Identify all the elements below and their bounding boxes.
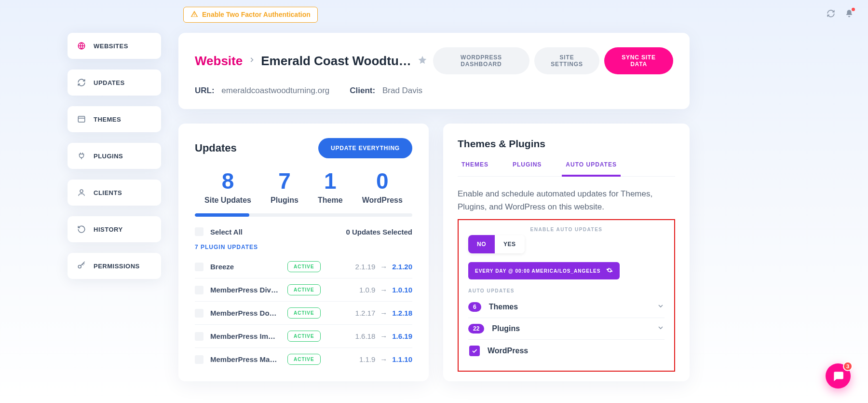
row-checkbox[interactable] — [195, 309, 203, 318]
tab-plugins[interactable]: PLUGINS — [509, 161, 545, 176]
stat-value: 1 — [318, 168, 343, 194]
plugin-row[interactable]: MemberPress Ma… ACTIVE 1.1.9 → 1.1.10 — [195, 348, 412, 371]
stat-value: 0 — [362, 168, 403, 194]
sidebar-label: PERMISSIONS — [94, 263, 140, 270]
version-to: 1.2.18 — [392, 309, 412, 317]
sidebar-item-clients[interactable]: CLIENTS — [68, 180, 161, 206]
count-badge: 22 — [468, 324, 484, 334]
auto-row-name: WordPress — [488, 347, 528, 355]
plugin-row[interactable]: Breeze ACTIVE 2.1.19 → 2.1.20 — [195, 255, 412, 278]
sidebar-label: UPDATES — [94, 79, 125, 86]
chevron-down-icon[interactable] — [657, 324, 665, 334]
count-badge: 6 — [468, 302, 481, 312]
user-icon — [77, 188, 86, 197]
svg-point-3 — [78, 265, 81, 268]
plugin-row[interactable]: MemberPress Div… ACTIVE 1.0.9 → 1.0.10 — [195, 278, 412, 302]
arrow-right-icon: → — [380, 286, 387, 294]
plugin-name: MemberPress Ma… — [210, 355, 287, 363]
version-to: 2.1.20 — [392, 263, 412, 271]
check-icon — [471, 347, 478, 354]
schedule-text: EVERY DAY @ 00:00 AMERICA/LOS_ANGELES — [475, 268, 600, 274]
row-checkbox[interactable] — [195, 332, 203, 341]
stat-plugins[interactable]: 7 Plugins — [271, 168, 298, 205]
plugin-row[interactable]: MemberPress Do… ACTIVE 1.2.17 → 1.2.18 — [195, 302, 412, 325]
sidebar-label: PLUGINS — [94, 153, 123, 160]
stat-wordpress[interactable]: 0 WordPress — [362, 168, 403, 205]
schedule-chip[interactable]: EVERY DAY @ 00:00 AMERICA/LOS_ANGELES — [468, 262, 620, 279]
sidebar-item-history[interactable]: HISTORY — [68, 216, 161, 242]
sidebar-item-permissions[interactable]: PERMISSIONS — [68, 253, 161, 279]
arrow-right-icon: → — [380, 332, 387, 340]
toggle-yes-button[interactable]: YES — [495, 235, 525, 253]
sidebar-label: WEBSITES — [94, 42, 128, 50]
stat-theme[interactable]: 1 Theme — [318, 168, 343, 205]
auto-row-wordpress[interactable]: WordPress — [468, 340, 665, 362]
client-label: Client: — [350, 86, 375, 95]
stat-site-updates[interactable]: 8 Site Updates — [204, 168, 251, 205]
site-header-card: Website Emerald Coast Woodturni… WORDPRE… — [178, 33, 690, 109]
key-icon — [77, 262, 86, 270]
selected-count: 0 Updates Selected — [346, 228, 412, 236]
version-to: 1.1.10 — [392, 355, 412, 363]
stat-value: 8 — [204, 168, 251, 194]
version-from: 1.2.17 — [355, 309, 376, 317]
star-icon[interactable] — [418, 55, 427, 67]
row-checkbox[interactable] — [195, 355, 203, 364]
site-settings-button[interactable]: SITE SETTINGS — [534, 47, 599, 74]
plugin-name: MemberPress Do… — [210, 309, 287, 317]
auto-row-plugins[interactable]: 22 Plugins — [468, 318, 665, 340]
row-checkbox[interactable] — [195, 263, 203, 271]
select-all-label: Select All — [210, 228, 243, 236]
gear-icon[interactable] — [606, 267, 613, 275]
url-label: URL: — [195, 86, 215, 95]
status-badge: ACTIVE — [287, 261, 321, 272]
chat-fab[interactable]: 3 — [826, 363, 851, 389]
sync-site-data-button[interactable]: SYNC SITE DATA — [604, 47, 673, 74]
bell-icon[interactable] — [845, 9, 854, 20]
update-everything-button[interactable]: UPDATE EVERYTHING — [318, 138, 412, 158]
sidebar-label: CLIENTS — [94, 189, 122, 196]
url-value[interactable]: emeraldcoastwoodturning.org — [221, 86, 329, 95]
chevron-down-icon[interactable] — [657, 302, 665, 312]
select-all-checkbox[interactable] — [195, 227, 203, 236]
tab-auto-updates[interactable]: AUTO UPDATES — [562, 161, 621, 177]
version-from: 2.1.19 — [355, 263, 376, 271]
sidebar-label: HISTORY — [94, 226, 123, 233]
svg-point-2 — [80, 190, 83, 193]
auto-updates-list-label: AUTO UPDATES — [468, 288, 665, 293]
updates-card: Updates UPDATE EVERYTHING 8 Site Updates… — [178, 124, 429, 381]
wordpress-checkbox[interactable] — [469, 346, 480, 356]
enable-tfa-button[interactable]: Enable Two Factor Authentication — [183, 7, 318, 23]
status-badge: ACTIVE — [287, 354, 321, 365]
plugin-updates-section-label: 7 PLUGIN UPDATES — [195, 244, 412, 250]
tfa-label: Enable Two Factor Authentication — [202, 11, 311, 18]
sidebar-item-themes[interactable]: THEMES — [68, 106, 161, 132]
enable-toggle: NO YES — [468, 235, 525, 253]
row-checkbox[interactable] — [195, 286, 203, 294]
tp-tabs: THEMES PLUGINS AUTO UPDATES — [458, 161, 675, 177]
status-badge: ACTIVE — [287, 331, 321, 342]
wordpress-dashboard-button[interactable]: WORDPRESS DASHBOARD — [433, 47, 529, 74]
sidebar-item-plugins[interactable]: PLUGINS — [68, 143, 161, 169]
themes-plugins-title: Themes & Plugins — [458, 138, 675, 150]
warning-icon — [190, 10, 198, 19]
plugin-row[interactable]: MemberPress Im… ACTIVE 1.6.18 → 1.6.19 — [195, 325, 412, 348]
refresh-icon[interactable] — [827, 9, 835, 20]
sidebar-item-updates[interactable]: UPDATES — [68, 69, 161, 96]
arrow-right-icon: → — [380, 263, 387, 271]
toggle-no-button[interactable]: NO — [468, 235, 495, 253]
plug-icon — [77, 152, 86, 160]
sidebar-item-websites[interactable]: WEBSITES — [68, 33, 161, 59]
progress-bar — [195, 213, 412, 217]
auto-row-themes[interactable]: 6 Themes — [468, 296, 665, 318]
tab-themes[interactable]: THEMES — [458, 161, 492, 176]
refresh-icon — [77, 78, 86, 87]
auto-updates-description: Enable and schedule automated updates fo… — [458, 187, 675, 213]
auto-row-name: Themes — [489, 303, 518, 311]
breadcrumb-root[interactable]: Website — [195, 54, 243, 69]
chevron-right-icon — [248, 56, 255, 65]
globe-icon — [77, 42, 86, 50]
arrow-right-icon: → — [380, 355, 387, 363]
client-value[interactable]: Brad Davis — [382, 86, 422, 95]
updates-title: Updates — [195, 142, 237, 154]
